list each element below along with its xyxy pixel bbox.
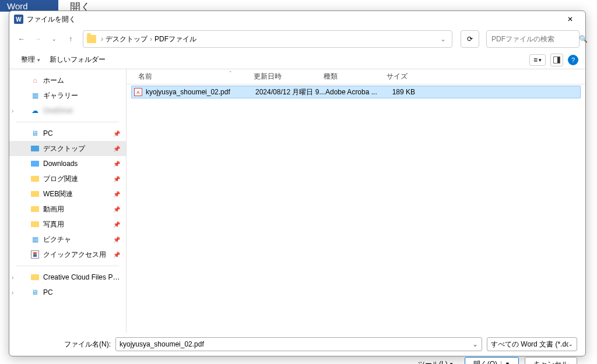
forward-button[interactable]: → (31, 33, 44, 45)
open-split-dropdown[interactable]: ▼ (501, 361, 510, 364)
word-app-title: Word (0, 0, 58, 12)
help-button[interactable]: ? (568, 55, 578, 65)
recent-dropdown[interactable]: ⌄ (48, 33, 61, 45)
expand-icon[interactable]: › (12, 108, 13, 114)
close-button[interactable]: ✕ (560, 11, 581, 27)
sort-indicator-icon: ˄ (229, 70, 232, 76)
address-bar[interactable]: › デスクトップ › PDFファイル ⌄ (83, 30, 452, 48)
file-type-filter[interactable]: すべての Word 文書 (*.docx;*.do ⌄ (487, 337, 577, 351)
folder-icon (87, 35, 96, 43)
search-input[interactable] (491, 35, 579, 43)
sidebar-item-onedrive[interactable]: › ☁ OneDrive (9, 103, 126, 118)
folder-icon (30, 159, 40, 168)
sidebar-item-blog[interactable]: ブログ関連 📌 (9, 171, 126, 186)
file-open-dialog: W ファイルを開く ✕ ← → ⌄ ↑ › デスクトップ › PDFファイル ⌄… (9, 10, 586, 356)
refresh-button[interactable]: ⟳ (461, 30, 479, 48)
sidebar-item-quickaccess[interactable]: クイックアクセス用 📌 (9, 247, 126, 262)
folder-icon (30, 273, 40, 282)
cancel-button[interactable]: キャンセル (525, 357, 577, 364)
preview-pane-button[interactable] (550, 54, 563, 66)
sidebar-item-pc2[interactable]: › 🖥 PC (9, 285, 126, 300)
pin-icon: 📌 (113, 191, 120, 197)
pdf-icon: A (134, 88, 142, 96)
pin-icon: 📌 (113, 221, 120, 228)
list-view-icon: ≡ (533, 56, 538, 64)
navigation-sidebar: ⌂ ホーム ▦ ギャラリー › ☁ OneDrive 🖥 PC 📌 デスクトップ (9, 69, 126, 333)
word-icon: W (14, 15, 23, 24)
filename-input[interactable] (120, 340, 472, 348)
chevron-right-icon: › (150, 35, 152, 43)
home-icon: ⌂ (30, 76, 40, 85)
pictures-icon: ▦ (30, 235, 40, 244)
breadcrumb-pdffolder[interactable]: PDFファイル (154, 34, 196, 44)
search-icon: 🔍 (579, 35, 588, 43)
expand-icon[interactable]: › (12, 289, 13, 296)
pc-icon: 🖥 (30, 129, 40, 138)
sidebar-item-pictures[interactable]: ▦ ピクチャ 📌 (9, 232, 126, 247)
expand-icon[interactable]: › (12, 274, 13, 281)
back-button[interactable]: ← (15, 33, 28, 45)
pin-icon: 📌 (113, 206, 120, 213)
pin-icon: 📌 (113, 236, 120, 243)
filename-label: ファイル名(N): (17, 340, 111, 349)
column-name[interactable]: 名前 ˄ (127, 72, 249, 82)
desktop-icon (30, 144, 40, 153)
search-box[interactable]: 🔍 (486, 30, 580, 48)
chevron-right-icon: › (101, 35, 103, 43)
filename-input-wrapper[interactable]: ⌄ (115, 337, 482, 351)
sidebar-item-web[interactable]: WEB関連 📌 (9, 186, 126, 202)
new-folder-button[interactable]: 新しいフォルダー (45, 52, 110, 67)
dialog-title: ファイルを開く (27, 15, 560, 24)
open-button[interactable]: 開く(O) ▼ (465, 357, 519, 364)
pin-icon: 📌 (113, 161, 120, 167)
tools-menu[interactable]: ツール(L)▾ (418, 359, 453, 365)
sidebar-item-video[interactable]: 動画用 📌 (9, 202, 126, 217)
cloud-icon: ☁ (30, 106, 40, 115)
sidebar-item-ccf[interactable]: › Creative Cloud Files Persona (9, 270, 126, 285)
quick-access-icon (30, 250, 40, 259)
file-row[interactable]: A kyojyusya_shoumei_02.pdf 2024/08/12 月曜… (131, 86, 581, 98)
address-dropdown[interactable]: ⌄ (438, 35, 448, 43)
folder-icon (30, 204, 40, 214)
sidebar-item-downloads[interactable]: Downloads 📌 (9, 156, 126, 171)
sidebar-item-home[interactable]: ⌂ ホーム (9, 73, 126, 88)
gallery-icon: ▦ (30, 91, 40, 100)
file-type: Adobe Acroba ... (325, 88, 384, 96)
column-size[interactable]: サイズ (377, 72, 412, 82)
preview-icon (553, 56, 560, 63)
pin-icon: 📌 (113, 130, 120, 137)
folder-icon (30, 174, 40, 183)
view-options[interactable]: ≡▾ (529, 54, 546, 66)
sidebar-item-gallery[interactable]: ▦ ギャラリー (9, 88, 126, 103)
file-date: 2024/08/12 月曜日 9... (255, 87, 325, 97)
filename-dropdown[interactable]: ⌄ (472, 340, 478, 348)
folder-icon (30, 189, 40, 199)
sidebar-item-desktop[interactable]: デスクトップ 📌 (9, 141, 126, 156)
column-type[interactable]: 種類 (319, 72, 377, 82)
pc-icon: 🖥 (30, 288, 40, 297)
file-list-pane: 名前 ˄ 更新日時 種類 サイズ A kyojyusya_shoumei_02.… (127, 69, 585, 333)
sidebar-item-photo[interactable]: 写真用 📌 (9, 217, 126, 232)
file-size: 189 KB (384, 88, 417, 96)
file-name: kyojyusya_shoumei_02.pdf (146, 88, 255, 96)
folder-icon (30, 220, 40, 229)
pin-icon: 📌 (113, 176, 120, 182)
sidebar-item-pc[interactable]: 🖥 PC 📌 (9, 126, 126, 141)
breadcrumb-desktop[interactable]: デスクトップ (106, 34, 148, 44)
organize-menu[interactable]: 整理▾ (16, 52, 45, 67)
up-button[interactable]: ↑ (64, 33, 77, 45)
column-date[interactable]: 更新日時 (249, 72, 319, 82)
pin-icon: 📌 (113, 146, 120, 152)
pin-icon: 📌 (113, 252, 120, 258)
